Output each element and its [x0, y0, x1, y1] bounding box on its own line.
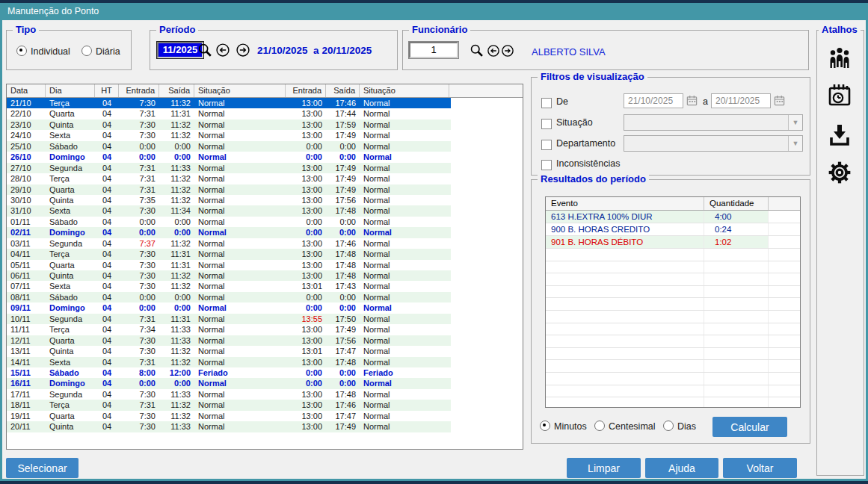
- grid-row[interactable]: 25/10Sábado040:000:00Normal0:000:00Norma…: [7, 141, 451, 152]
- radio-diaria[interactable]: Diária: [81, 46, 120, 57]
- grid-cell: Normal: [360, 378, 449, 388]
- grid-row[interactable]: 06/11Quinta047:3011:32Normal13:0017:48No…: [7, 270, 451, 281]
- grid-cell: Quarta: [46, 335, 95, 346]
- checkbox-departamento[interactable]: [541, 138, 552, 152]
- resultado-row[interactable]: 613 H.EXTRA 100% DIUR4:00: [546, 211, 800, 223]
- chevron-down-icon[interactable]: ▼: [788, 136, 802, 151]
- ajuda-button[interactable]: Ajuda: [645, 458, 718, 478]
- arrow-left-circle-icon[interactable]: [215, 43, 230, 58]
- resultado-empty-cell: [546, 298, 704, 310]
- checkbox-de[interactable]: [541, 96, 552, 110]
- grid-row[interactable]: 14/11Sexta047:3111:32Normal13:0017:48Nor…: [7, 357, 451, 367]
- grid-cell: Normal: [194, 98, 286, 108]
- grid-cell: Quinta: [46, 195, 95, 205]
- checkbox-inconsistencias[interactable]: [541, 158, 552, 172]
- grid-row[interactable]: 11/11Terça047:3411:33Normal13:0017:49Nor…: [7, 324, 451, 335]
- radio-dias[interactable]: Dias: [663, 421, 696, 432]
- grid-cell: 0:00: [326, 292, 360, 302]
- radio-individual-label: Individual: [31, 46, 70, 57]
- grid-cell: 15/11: [7, 367, 46, 378]
- grid-row[interactable]: 27/10Segunda047:3111:33Normal13:0017:49N…: [7, 163, 451, 173]
- situacao-select[interactable]: ▼: [624, 114, 803, 131]
- grid-cell: Normal: [360, 184, 449, 195]
- grid-row[interactable]: 02/11Domingo040:000:00Normal0:000:00Norm…: [7, 227, 451, 238]
- resultado-row[interactable]: 900 B. HORAS CREDITO0:24: [546, 223, 800, 236]
- grid-row[interactable]: 01/11Sábado040:000:00Normal0:000:00Norma…: [7, 217, 451, 227]
- grid-row[interactable]: 30/10Quinta047:3511:32Normal13:0017:56No…: [7, 195, 451, 205]
- selecionar-button[interactable]: Selecionar: [6, 458, 79, 478]
- funcionario-input[interactable]: 1: [409, 42, 458, 58]
- grid-row[interactable]: 21/10Terça047:3011:32Normal13:0017:46Nor…: [7, 98, 451, 108]
- calendar-icon[interactable]: [774, 95, 785, 106]
- chevron-down-icon[interactable]: ▼: [788, 115, 802, 130]
- resultado-empty-cell: [704, 360, 769, 372]
- grid-row[interactable]: 15/11Sábado048:0012:00Feriado0:000:00Fer…: [7, 367, 451, 378]
- grid-row[interactable]: 07/11Sexta047:3011:32Normal13:0117:43Nor…: [7, 281, 451, 291]
- search-icon[interactable]: [469, 43, 484, 58]
- grid-row[interactable]: 31/10Sexta047:3011:34Normal13:0017:48Nor…: [7, 205, 451, 216]
- grid-row[interactable]: 22/10Quarta047:3111:31Normal13:0017:44No…: [7, 108, 451, 119]
- grid-header-filler: [449, 84, 523, 97]
- arrow-left-circle-icon[interactable]: [487, 44, 500, 58]
- grid-cell: 04: [95, 389, 119, 400]
- import-icon[interactable]: [827, 122, 852, 148]
- grid-row[interactable]: 05/11Quarta047:3011:31Normal13:0017:48No…: [7, 260, 451, 270]
- date-to-input[interactable]: 20/11/2025: [711, 93, 771, 108]
- grid-row[interactable]: 28/10Terça047:3111:32Normal13:0017:49Nor…: [7, 173, 451, 184]
- radio-minutos[interactable]: Minutos: [540, 421, 587, 432]
- grid-row[interactable]: 04/11Terça047:3011:31Normal13:0017:48Nor…: [7, 249, 451, 259]
- calcular-button[interactable]: Calcular: [712, 417, 787, 437]
- calendar-clock-icon[interactable]: [827, 83, 852, 108]
- grid-header-cell: Situação: [194, 84, 286, 97]
- grid-row[interactable]: 20/11Quinta047:3011:33Normal13:0017:49No…: [7, 421, 451, 432]
- grid-row[interactable]: 08/11Sábado040:000:00Normal0:000:00Norma…: [7, 292, 451, 302]
- grid-row[interactable]: 16/11Domingo040:000:00Normal0:000:00Norm…: [7, 378, 451, 388]
- grid-cell: 7:31: [119, 108, 159, 119]
- radio-diaria-dot[interactable]: [81, 46, 92, 56]
- grid-cell: Normal: [360, 314, 449, 324]
- grid-row[interactable]: 18/11Terça047:3111:32Normal13:0017:46Nor…: [7, 400, 451, 410]
- grid-cell: Segunda: [46, 389, 95, 400]
- resultado-empty-cell: [704, 298, 769, 310]
- grid-cell: 11:31: [159, 249, 194, 259]
- grid-cell: 17:47: [326, 411, 360, 421]
- resultado-empty-cell: [704, 373, 769, 385]
- grid-row[interactable]: 17/11Segunda047:3011:33Normal13:0017:48N…: [7, 389, 451, 400]
- arrow-right-circle-icon[interactable]: [236, 43, 250, 58]
- grid-row[interactable]: 29/10Quarta047:3111:32Normal13:0017:49No…: [7, 184, 451, 195]
- search-icon[interactable]: [197, 42, 213, 58]
- radio-individual-dot[interactable]: [16, 46, 27, 56]
- grid-cell: Normal: [194, 292, 286, 302]
- date-range-sep: a: [703, 96, 708, 107]
- grid-row[interactable]: 09/11Domingo040:000:00Normal0:000:00Norm…: [7, 302, 451, 313]
- grid-row[interactable]: 24/10Sexta047:3011:32Normal13:0017:49Nor…: [7, 130, 451, 140]
- grid-row[interactable]: 19/11Quarta047:3011:32Normal13:0017:47No…: [7, 411, 451, 421]
- limpar-button[interactable]: Limpar: [567, 458, 641, 478]
- grid-header-cell: Entrada: [119, 84, 159, 97]
- grid-cell: Terça: [46, 249, 95, 259]
- radio-centesimal[interactable]: Centesimal: [594, 421, 656, 432]
- grid-cell: Sexta: [46, 130, 95, 140]
- settings-gear-icon[interactable]: [827, 160, 852, 185]
- grid-row[interactable]: 03/11Segunda047:3711:32Normal13:0017:46N…: [7, 238, 451, 249]
- checkbox-situacao[interactable]: [541, 117, 552, 131]
- radio-individual[interactable]: Individual: [16, 46, 70, 57]
- voltar-button[interactable]: Voltar: [723, 458, 797, 478]
- grid-row[interactable]: 23/10Quinta047:3011:32Normal13:0017:59No…: [7, 120, 451, 130]
- arrow-right-circle-icon[interactable]: [501, 44, 514, 58]
- employees-icon[interactable]: [827, 46, 852, 70]
- grid-cell: Normal: [360, 260, 449, 270]
- grid-cell: Normal: [194, 238, 286, 249]
- grid-row[interactable]: 10/11Segunda047:3111:31Normal13:5517:50N…: [7, 314, 451, 324]
- grid-row[interactable]: 13/11Quinta047:3011:32Normal13:0117:47No…: [7, 346, 451, 356]
- resultado-row[interactable]: 901 B. HORAS DÉBITO1:02: [546, 236, 800, 249]
- departamento-select[interactable]: ▼: [624, 135, 803, 152]
- grid-row[interactable]: 12/11Quarta047:3011:33Normal13:0017:56No…: [7, 335, 451, 346]
- date-from-input[interactable]: 21/10/2025: [624, 93, 683, 108]
- resultado-empty-row: [546, 249, 800, 261]
- grid-row[interactable]: 26/10Domingo040:000:00Normal0:000:00Norm…: [7, 152, 451, 162]
- calendar-icon[interactable]: [686, 95, 698, 106]
- grid-cell: Normal: [360, 357, 449, 367]
- grid-cell: 13:00: [286, 163, 326, 173]
- grid-cell: 04: [95, 421, 119, 432]
